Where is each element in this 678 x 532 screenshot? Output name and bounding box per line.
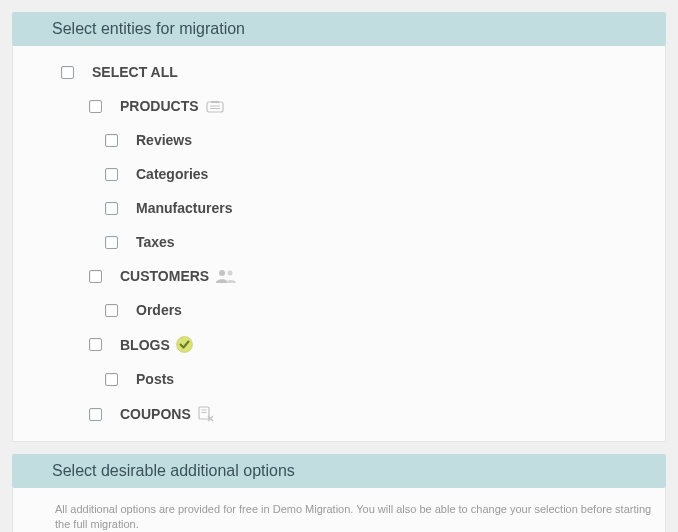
options-panel: Select desirable additional options All …	[12, 454, 666, 532]
coupons-label: COUPONS	[120, 406, 191, 422]
blogs-checkbox[interactable]	[89, 338, 102, 351]
svg-point-3	[219, 270, 225, 276]
entities-panel-body: SELECT ALL PRODUCTS Reviews Categories M…	[12, 46, 666, 442]
select-all-label: SELECT ALL	[92, 64, 178, 80]
customers-icon	[215, 269, 237, 283]
options-panel-header: Select desirable additional options	[12, 454, 666, 488]
entities-panel: Select entities for migration SELECT ALL…	[12, 12, 666, 442]
coupons-checkbox[interactable]	[89, 408, 102, 421]
products-label: PRODUCTS	[120, 98, 199, 114]
taxes-row[interactable]: Taxes	[105, 234, 653, 250]
taxes-label: Taxes	[136, 234, 175, 250]
products-row[interactable]: PRODUCTS	[89, 98, 653, 114]
products-checkbox[interactable]	[89, 100, 102, 113]
blogs-row[interactable]: BLOGS	[89, 336, 653, 353]
svg-point-5	[176, 337, 192, 353]
customers-checkbox[interactable]	[89, 270, 102, 283]
coupons-row[interactable]: COUPONS	[89, 405, 653, 423]
options-panel-body: All additional options are provided for …	[12, 488, 666, 532]
taxes-checkbox[interactable]	[105, 236, 118, 249]
customers-label: CUSTOMERS	[120, 268, 209, 284]
posts-label: Posts	[136, 371, 174, 387]
orders-row[interactable]: Orders	[105, 302, 653, 318]
entities-panel-header: Select entities for migration	[12, 12, 666, 46]
reviews-label: Reviews	[136, 132, 192, 148]
svg-rect-0	[207, 102, 223, 112]
products-icon	[205, 99, 225, 113]
categories-label: Categories	[136, 166, 208, 182]
categories-row[interactable]: Categories	[105, 166, 653, 182]
reviews-row[interactable]: Reviews	[105, 132, 653, 148]
svg-point-4	[228, 271, 233, 276]
options-info-text: All additional options are provided for …	[55, 502, 653, 532]
orders-checkbox[interactable]	[105, 304, 118, 317]
orders-label: Orders	[136, 302, 182, 318]
reviews-checkbox[interactable]	[105, 134, 118, 147]
customers-row[interactable]: CUSTOMERS	[89, 268, 653, 284]
posts-checkbox[interactable]	[105, 373, 118, 386]
posts-row[interactable]: Posts	[105, 371, 653, 387]
manufacturers-label: Manufacturers	[136, 200, 232, 216]
manufacturers-row[interactable]: Manufacturers	[105, 200, 653, 216]
entities-panel-title: Select entities for migration	[52, 20, 245, 37]
categories-checkbox[interactable]	[105, 168, 118, 181]
blogs-label: BLOGS	[120, 337, 170, 353]
select-all-row[interactable]: SELECT ALL	[61, 64, 653, 80]
check-badge-icon	[176, 336, 193, 353]
manufacturers-checkbox[interactable]	[105, 202, 118, 215]
coupons-icon	[197, 405, 215, 423]
select-all-checkbox[interactable]	[61, 66, 74, 79]
options-panel-title: Select desirable additional options	[52, 462, 295, 479]
